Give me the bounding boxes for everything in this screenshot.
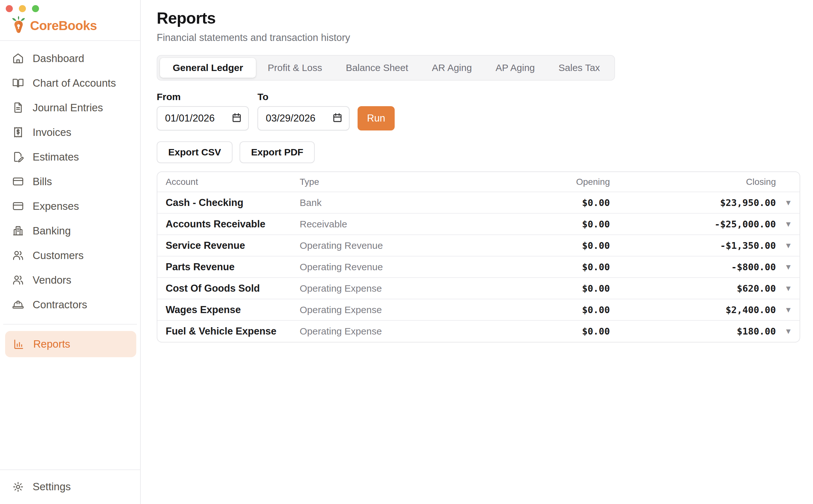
expand-row-button[interactable]: ▼ bbox=[782, 218, 795, 230]
column-header-actions bbox=[776, 172, 800, 192]
table-row: Cash - Checking Bank $0.00 $23,950.00 ▼ bbox=[157, 192, 800, 213]
export-csv-button[interactable]: Export CSV bbox=[157, 141, 233, 163]
type-cell: Operating Expense bbox=[300, 320, 466, 342]
calendar-icon[interactable] bbox=[232, 113, 242, 124]
closing-cell: -$25,000.00 bbox=[610, 213, 776, 235]
sidebar-item-banking[interactable]: Banking bbox=[0, 218, 140, 243]
sidebar-item-dashboard[interactable]: Dashboard bbox=[0, 46, 140, 71]
sidebar-item-reports[interactable]: Reports bbox=[5, 331, 136, 357]
opening-cell: $0.00 bbox=[466, 320, 610, 342]
closing-cell: $23,950.00 bbox=[610, 192, 776, 213]
opening-cell: $0.00 bbox=[466, 235, 610, 256]
sidebar-item-customers[interactable]: Customers bbox=[0, 243, 140, 268]
type-cell: Bank bbox=[300, 192, 466, 213]
sidebar-item-chart-of-accounts[interactable]: Chart of Accounts bbox=[0, 71, 140, 95]
closing-cell: -$800.00 bbox=[610, 256, 776, 278]
brand-name: CoreBooks bbox=[30, 19, 97, 33]
column-header-closing: Closing bbox=[610, 172, 776, 192]
receipt-icon bbox=[12, 126, 24, 138]
file-edit-icon bbox=[12, 151, 24, 163]
app-logo: CoreBooks bbox=[0, 12, 140, 36]
page-title: Reports bbox=[157, 9, 800, 28]
sidebar-nav: Dashboard Chart of Accounts Journal Entr… bbox=[0, 41, 140, 317]
tab-balance-sheet[interactable]: Balance Sheet bbox=[334, 58, 420, 78]
sidebar: CoreBooks Dashboard Chart of Accounts bbox=[0, 0, 141, 504]
calendar-icon[interactable] bbox=[332, 113, 343, 124]
account-cell: Parts Revenue bbox=[157, 256, 300, 278]
opening-cell: $0.00 bbox=[466, 192, 610, 213]
account-cell: Fuel & Vehicle Expense bbox=[157, 320, 300, 342]
app-window: CoreBooks Dashboard Chart of Accounts bbox=[0, 0, 813, 504]
page-subtitle: Financial statements and transaction his… bbox=[157, 32, 800, 43]
minimize-window-button[interactable] bbox=[19, 5, 26, 12]
window-controls bbox=[0, 0, 140, 12]
hard-hat-icon bbox=[12, 299, 24, 311]
column-header-account: Account bbox=[157, 172, 300, 192]
file-text-icon bbox=[12, 102, 24, 114]
tab-general-ledger[interactable]: General Ledger bbox=[160, 58, 256, 78]
account-cell: Wages Expense bbox=[157, 299, 300, 320]
sidebar-divider bbox=[3, 324, 137, 325]
sidebar-item-settings[interactable]: Settings bbox=[0, 474, 140, 500]
sidebar-spacer bbox=[0, 357, 140, 469]
type-cell: Operating Expense bbox=[300, 299, 466, 320]
closing-cell: $620.00 bbox=[610, 278, 776, 299]
expand-row-button[interactable]: ▼ bbox=[782, 197, 795, 209]
closing-cell: $180.00 bbox=[610, 320, 776, 342]
table-row: Parts Revenue Operating Revenue $0.00 -$… bbox=[157, 256, 800, 278]
report-tabs: General Ledger Profit & Loss Balance She… bbox=[157, 55, 615, 81]
carrot-logo-icon bbox=[12, 16, 26, 35]
closing-cell: -$1,350.00 bbox=[610, 235, 776, 256]
book-open-icon bbox=[12, 77, 24, 89]
account-cell: Cash - Checking bbox=[157, 192, 300, 213]
to-date-input[interactable]: 03/29/2026 bbox=[257, 106, 350, 130]
bar-chart-icon bbox=[13, 338, 25, 350]
opening-cell: $0.00 bbox=[466, 213, 610, 235]
users-icon bbox=[12, 274, 24, 286]
expand-row-button[interactable]: ▼ bbox=[782, 326, 795, 337]
type-cell: Operating Expense bbox=[300, 278, 466, 299]
to-label: To bbox=[257, 91, 350, 102]
credit-card-icon bbox=[12, 200, 24, 212]
sidebar-item-expenses[interactable]: Expenses bbox=[0, 194, 140, 218]
opening-cell: $0.00 bbox=[466, 256, 610, 278]
expand-row-button[interactable]: ▼ bbox=[782, 240, 795, 251]
sidebar-item-invoices[interactable]: Invoices bbox=[0, 120, 140, 145]
table-header-row: Account Type Opening Closing bbox=[157, 172, 800, 192]
sidebar-item-journal-entries[interactable]: Journal Entries bbox=[0, 95, 140, 120]
tab-sales-tax[interactable]: Sales Tax bbox=[547, 58, 612, 78]
table-row: Wages Expense Operating Expense $0.00 $2… bbox=[157, 299, 800, 320]
expand-row-button[interactable]: ▼ bbox=[782, 283, 795, 294]
expand-row-button[interactable]: ▼ bbox=[782, 261, 795, 273]
sidebar-item-bills[interactable]: Bills bbox=[0, 169, 140, 194]
column-header-type: Type bbox=[300, 172, 466, 192]
expand-row-button[interactable]: ▼ bbox=[782, 304, 795, 316]
type-cell: Receivable bbox=[300, 213, 466, 235]
run-button[interactable]: Run bbox=[358, 106, 395, 130]
sidebar-item-estimates[interactable]: Estimates bbox=[0, 145, 140, 169]
general-ledger-table: Account Type Opening Closing Cash - Chec… bbox=[157, 171, 800, 343]
tab-profit-and-loss[interactable]: Profit & Loss bbox=[256, 58, 334, 78]
tab-ap-aging[interactable]: AP Aging bbox=[484, 58, 547, 78]
tab-ar-aging[interactable]: AR Aging bbox=[420, 58, 484, 78]
bank-icon bbox=[12, 225, 24, 237]
export-pdf-button[interactable]: Export PDF bbox=[240, 141, 315, 163]
table-row: Accounts Receivable Receivable $0.00 -$2… bbox=[157, 213, 800, 235]
account-cell: Accounts Receivable bbox=[157, 213, 300, 235]
date-filters: From 01/01/2026 To 03/29/2026 Run bbox=[157, 91, 800, 130]
zoom-window-button[interactable] bbox=[32, 5, 39, 12]
type-cell: Operating Revenue bbox=[300, 256, 466, 278]
from-label: From bbox=[157, 91, 249, 102]
credit-card-icon bbox=[12, 176, 24, 187]
sidebar-item-vendors[interactable]: Vendors bbox=[0, 268, 140, 292]
gear-icon bbox=[12, 481, 24, 493]
home-icon bbox=[12, 52, 24, 64]
users-icon bbox=[12, 249, 24, 261]
closing-cell: $2,400.00 bbox=[610, 299, 776, 320]
account-cell: Service Revenue bbox=[157, 235, 300, 256]
close-window-button[interactable] bbox=[6, 5, 13, 12]
table-row: Cost Of Goods Sold Operating Expense $0.… bbox=[157, 278, 800, 299]
opening-cell: $0.00 bbox=[466, 278, 610, 299]
from-date-input[interactable]: 01/01/2026 bbox=[157, 106, 249, 130]
sidebar-item-contractors[interactable]: Contractors bbox=[0, 292, 140, 317]
